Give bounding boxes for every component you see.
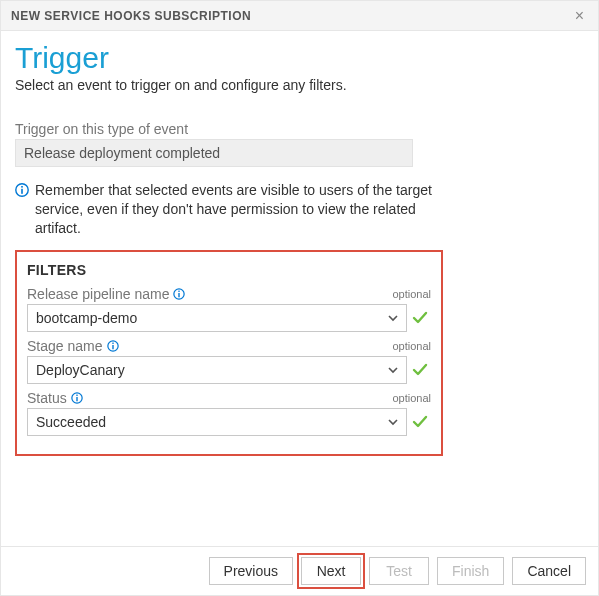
checkmark-icon [411,309,429,327]
checkmark-icon [411,361,429,379]
optional-tag: optional [392,340,431,352]
dialog-content: Trigger Select an event to trigger on an… [1,31,598,456]
info-text: Remember that selected events are visibl… [35,181,440,238]
info-icon[interactable] [173,288,185,300]
filter-status: Status optional Succeeded [27,390,431,436]
svg-rect-11 [76,394,77,395]
optional-tag: optional [392,392,431,404]
filter-label: Stage name [27,338,103,354]
page-subtitle: Select an event to trigger on and config… [15,77,584,93]
close-icon[interactable]: × [571,1,588,31]
event-type-value: Release deployment completed [24,145,220,161]
release-pipeline-value: bootcamp-demo [36,310,137,326]
release-pipeline-select[interactable]: bootcamp-demo [27,304,407,332]
chevron-down-icon [386,363,400,377]
event-type-select[interactable]: Release deployment completed [15,139,413,167]
status-select[interactable]: Succeeded [27,408,407,436]
svg-rect-1 [21,189,23,194]
status-value: Succeeded [36,414,106,430]
dialog-footer: Previous Next Test Finish Cancel [1,546,598,595]
filter-label: Status [27,390,67,406]
optional-tag: optional [392,288,431,300]
filter-stage-name: Stage name optional DeployCanary [27,338,431,384]
stage-name-select[interactable]: DeployCanary [27,356,407,384]
filters-section: FILTERS Release pipeline name optional b… [15,250,443,456]
dialog-titlebar: NEW SERVICE HOOKS SUBSCRIPTION × [1,1,598,31]
event-type-label: Trigger on this type of event [15,121,584,137]
svg-rect-4 [179,293,180,297]
dialog-title: NEW SERVICE HOOKS SUBSCRIPTION [11,1,251,31]
page-heading: Trigger [15,41,584,75]
svg-rect-8 [112,342,113,343]
info-icon [15,183,29,197]
previous-button[interactable]: Previous [209,557,293,585]
test-button: Test [369,557,429,585]
info-message: Remember that selected events are visibl… [15,181,440,238]
info-icon[interactable] [107,340,119,352]
finish-button: Finish [437,557,504,585]
filter-release-pipeline: Release pipeline name optional bootcamp-… [27,286,431,332]
chevron-down-icon [386,415,400,429]
next-button[interactable]: Next [301,557,361,585]
filter-label: Release pipeline name [27,286,169,302]
info-icon[interactable] [71,392,83,404]
svg-rect-10 [76,397,77,401]
filters-heading: FILTERS [27,262,431,278]
cancel-button[interactable]: Cancel [512,557,586,585]
stage-name-value: DeployCanary [36,362,125,378]
chevron-down-icon [386,311,400,325]
svg-rect-7 [112,345,113,349]
svg-rect-5 [179,290,180,291]
checkmark-icon [411,413,429,431]
svg-rect-2 [21,186,23,188]
